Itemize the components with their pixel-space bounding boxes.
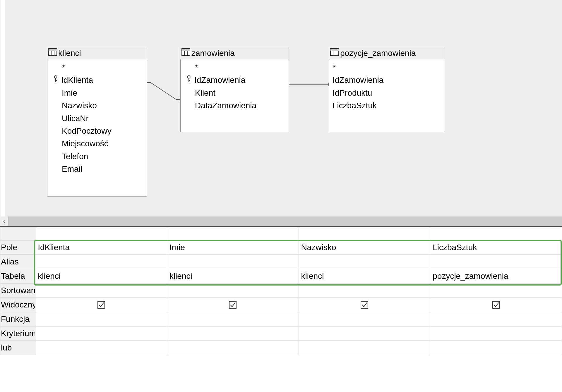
field-label: * — [62, 61, 65, 74]
field-row[interactable]: DataZamowienia — [180, 99, 289, 112]
grid-cell[interactable] — [35, 255, 167, 269]
grid-cell[interactable] — [167, 312, 299, 326]
table-title-label: pozycje_zamowienia — [340, 49, 416, 58]
visible-checkbox[interactable] — [169, 298, 296, 312]
grid-row-label: Kryterium — [0, 326, 35, 341]
grid-cell[interactable] — [167, 341, 299, 355]
grid-row-label: Widoczny — [0, 298, 35, 312]
field-row-star[interactable]: * — [47, 61, 147, 74]
grid-cell[interactable]: IdKlienta — [35, 240, 167, 255]
table-title[interactable]: pozycje_zamowienia — [329, 47, 445, 59]
grid-cell[interactable] — [167, 283, 299, 298]
field-row[interactable]: IdZamowienia — [329, 74, 445, 86]
grid-cell[interactable] — [35, 227, 167, 240]
field-row[interactable]: Nazwisko — [47, 99, 147, 112]
grid-cell[interactable] — [35, 298, 167, 312]
table-body: * IdZamowieniaKlientDataZamowienia — [180, 59, 289, 115]
visible-checkbox[interactable] — [301, 298, 428, 312]
table-box-klienci[interactable]: klienci* IdKlientaImieNazwiskoUlicaNrKod… — [47, 47, 147, 197]
grid-cell[interactable] — [167, 227, 299, 240]
field-row[interactable]: Telefon — [47, 150, 147, 163]
grid-row: Tabelakliencikliencikliencipozycje_zamow… — [0, 269, 562, 283]
table-box-pozycje_zamowienia[interactable]: pozycje_zamowienia*IdZamowieniaIdProdukt… — [329, 47, 445, 132]
grid-cell[interactable]: pozycje_zamowienia — [430, 269, 562, 283]
grid-cell[interactable] — [430, 255, 562, 269]
table-box-zamowienia[interactable]: zamowienia* IdZamowieniaKlientDataZamowi… — [180, 47, 289, 132]
grid-cell[interactable] — [35, 326, 167, 341]
grid-cell[interactable] — [299, 298, 430, 312]
grid-cell[interactable]: Imie — [167, 240, 299, 255]
grid-cell[interactable] — [167, 255, 299, 269]
svg-rect-33 — [493, 301, 500, 308]
visible-checkbox[interactable] — [433, 298, 559, 312]
grid-row-label: Alias — [0, 255, 35, 269]
scroll-left-button[interactable]: ‹ — [0, 216, 8, 226]
grid-cell[interactable] — [430, 341, 562, 355]
grid-row-label: Sortowanie — [0, 283, 35, 298]
field-label: * — [333, 61, 336, 74]
field-row[interactable]: Email — [47, 163, 147, 175]
grid-cell[interactable]: klienci — [299, 269, 430, 283]
grid-cell[interactable] — [167, 298, 299, 312]
table-title-label: klienci — [58, 49, 81, 58]
field-label: LiczbaSztuk — [333, 99, 377, 112]
grid-row: Sortowanie — [0, 283, 562, 298]
grid-row: Kryterium — [0, 326, 562, 341]
table-body: * IdKlientaImieNazwiskoUlicaNrKodPocztow… — [47, 59, 147, 178]
field-row[interactable]: LiczbaSztuk — [329, 99, 445, 112]
grid-cell[interactable]: LiczbaSztuk — [430, 240, 562, 255]
field-label: Klient — [195, 87, 215, 99]
svg-rect-32 — [361, 301, 368, 308]
field-row[interactable]: UlicaNr — [47, 112, 147, 125]
field-row[interactable]: KodPocztowy — [47, 125, 147, 137]
key-icon — [186, 74, 194, 86]
grid-cell[interactable] — [430, 312, 562, 326]
grid-cell[interactable] — [167, 326, 299, 341]
grid-cell[interactable] — [299, 227, 430, 240]
chevron-left-icon: ‹ — [3, 218, 5, 225]
svg-rect-8 — [49, 49, 57, 51]
field-row[interactable]: IdKlienta — [47, 74, 147, 86]
grid-cell[interactable]: klienci — [35, 269, 167, 283]
table-title[interactable]: zamowienia — [180, 47, 289, 59]
grid-cell[interactable] — [299, 341, 430, 355]
design-grid[interactable]: PoleIdKlientaImieNazwiskoLiczbaSztukAlia… — [0, 226, 562, 392]
grid-cell[interactable] — [299, 255, 430, 269]
grid-cell[interactable] — [299, 312, 430, 326]
field-label: * — [195, 61, 198, 74]
grid-cell[interactable] — [35, 341, 167, 355]
grid-cell[interactable] — [299, 326, 430, 341]
hscrollbar[interactable]: ‹ — [0, 216, 562, 226]
relation-pane[interactable]: klienci* IdKlientaImieNazwiskoUlicaNrKod… — [0, 0, 562, 216]
grid-row: Alias — [0, 255, 562, 269]
field-row[interactable]: Miejscowość — [47, 137, 147, 150]
grid-cell[interactable] — [35, 312, 167, 326]
grid-cell[interactable] — [430, 283, 562, 298]
svg-rect-28 — [330, 49, 339, 51]
grid-cell[interactable] — [430, 227, 562, 240]
grid-row-label — [0, 227, 35, 240]
field-label: Email — [62, 163, 82, 175]
field-row-star[interactable]: * — [180, 61, 289, 74]
field-row[interactable]: Klient — [180, 87, 289, 99]
field-row[interactable]: IdProduktu — [329, 87, 445, 99]
field-row[interactable]: IdZamowienia — [180, 74, 289, 86]
field-label: Imie — [62, 87, 77, 99]
grid-row — [0, 227, 562, 240]
grid-cell[interactable] — [430, 298, 562, 312]
field-label: Telefon — [62, 150, 88, 163]
svg-rect-30 — [98, 301, 105, 308]
table-icon — [330, 48, 340, 58]
table-title[interactable]: klienci — [47, 47, 147, 59]
design-grid-table[interactable]: PoleIdKlientaImieNazwiskoLiczbaSztukAlia… — [0, 227, 562, 355]
field-row[interactable]: Imie — [47, 87, 147, 99]
field-label: IdKlienta — [61, 74, 93, 86]
table-title-label: zamowienia — [191, 49, 235, 58]
visible-checkbox[interactable] — [38, 298, 165, 312]
field-row-star[interactable]: * — [329, 61, 445, 74]
grid-cell[interactable] — [430, 326, 562, 341]
grid-cell[interactable] — [299, 283, 430, 298]
grid-cell[interactable]: klienci — [167, 269, 299, 283]
grid-cell[interactable]: Nazwisko — [299, 240, 430, 255]
grid-cell[interactable] — [35, 283, 167, 298]
